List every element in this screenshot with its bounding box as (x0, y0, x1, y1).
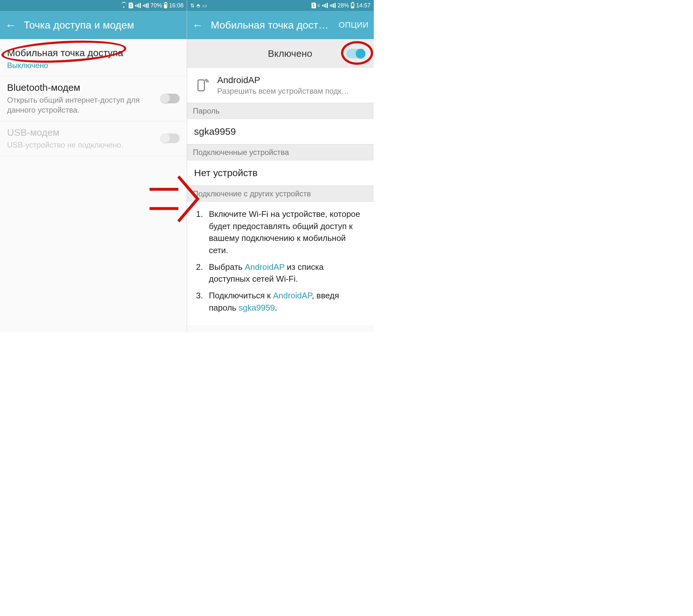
usb-toggle (160, 134, 180, 143)
bluetooth-row[interactable]: Bluetooth-модем Открыть общий интернет-д… (0, 76, 187, 121)
enabled-label: Включено (187, 48, 374, 59)
battery-icon: ⚡ (164, 3, 167, 8)
instruction-3: Подключиться к AndroidAP, введя пароль s… (196, 290, 365, 314)
annotation-arrow (146, 173, 201, 228)
back-button[interactable]: ← (5, 19, 16, 32)
hotspot-status-icon: ⇅ (190, 3, 194, 9)
svg-rect-0 (198, 80, 204, 91)
signal-icon-2 (143, 3, 148, 8)
battery-icon: ⚡ (351, 3, 354, 8)
instr-ap-link-2: AndroidAP (273, 291, 312, 300)
page-title: Точка доступа и модем (24, 19, 182, 31)
enabled-row[interactable]: Включено (187, 39, 374, 68)
clock: 14:57 (356, 2, 371, 9)
instr-pass-link: sgka9959 (239, 303, 275, 313)
clock: 16:08 (169, 2, 183, 9)
section-password: Пароль (187, 103, 374, 119)
status-bar: 1 70% ⚡ 16:08 (0, 0, 187, 11)
app-bar: ← Мобильная точка дост… ОПЦИИ (187, 11, 374, 39)
enabled-toggle[interactable] (346, 49, 365, 58)
hotspot-detail: Включено AndroidAP Разрешить в (187, 39, 374, 332)
dropbox-icon: ⬘ (196, 3, 200, 9)
bluetooth-sub: Открыть общий интернет-доступ для данног… (7, 95, 154, 115)
usb-sub: USB-устройство не подключено. (7, 140, 154, 150)
hotspot-row[interactable]: Мобильная точка доступа Выключено (0, 39, 187, 76)
hotspot-device-icon (194, 77, 210, 93)
ap-name: AndroidAP (217, 75, 352, 85)
wifi-icon (121, 3, 127, 8)
page-title: Мобильная точка дост… (211, 19, 331, 31)
battery-percent: 70% (151, 2, 162, 9)
signal-icon (322, 3, 328, 8)
sim-icon: 1 (312, 3, 316, 8)
hotspot-status: Выключено (7, 60, 180, 70)
instructions: Включите Wi-Fi на устройстве, которое бу… (187, 202, 374, 325)
ap-row[interactable]: AndroidAP Разрешить всем устройствам под… (187, 68, 374, 103)
bluetooth-toggle[interactable] (160, 94, 180, 103)
signal-icon-2 (330, 3, 336, 8)
screenshot-icon: ▭ (202, 3, 207, 9)
usb-row: USB-модем USB-устройство не подключено. (0, 121, 187, 156)
section-howto: Подключение с других устройств (187, 186, 374, 202)
instruction-1: Включите Wi-Fi на устройстве, которое бу… (196, 208, 365, 257)
bluetooth-title: Bluetooth-модем (7, 82, 154, 93)
instruction-2: Выбрать AndroidAP из списка доступных се… (196, 261, 365, 285)
password-value[interactable]: sgka9959 (187, 119, 374, 144)
connected-empty: Нет устройств (187, 160, 374, 186)
instr-ap-link-1: AndroidAP (245, 262, 284, 272)
usb-title: USB-модем (7, 127, 154, 138)
sim-icon: 1 (128, 3, 133, 8)
ap-sub: Разрешить всем устройствам подключ… (217, 87, 352, 96)
section-connected: Подключенные устройства (187, 144, 374, 160)
app-bar: ← Точка доступа и модем (0, 11, 187, 39)
status-bar: ⇅ ⬘ ▭ 1 E 28% ⚡ 14:57 (187, 0, 374, 11)
back-button[interactable]: ← (192, 19, 203, 32)
phone-left: 1 70% ⚡ 16:08 ← Точка доступа и модем Мо… (0, 0, 187, 332)
options-button[interactable]: ОПЦИИ (339, 21, 369, 29)
phone-right: ⇅ ⬘ ▭ 1 E 28% ⚡ 14:57 ← Мобильная точка … (187, 0, 374, 332)
signal-icon (135, 3, 141, 8)
hotspot-title: Мобильная точка доступа (7, 47, 180, 58)
network-type: E (318, 3, 320, 7)
battery-percent: 28% (338, 2, 349, 9)
